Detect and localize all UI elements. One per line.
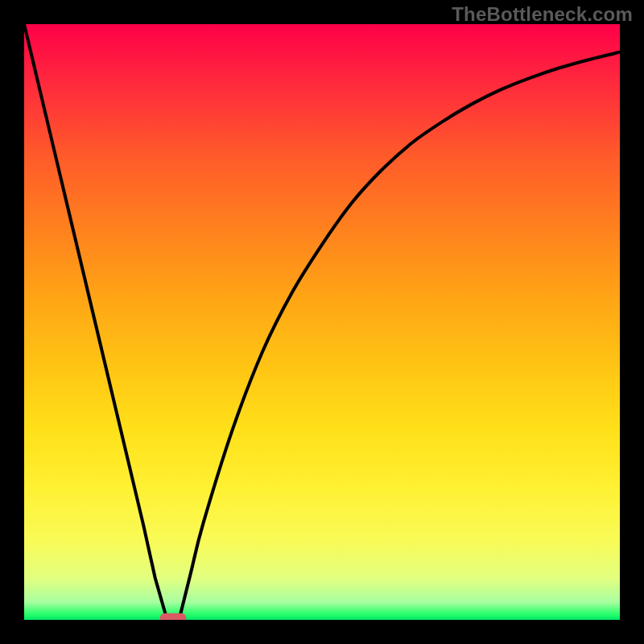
chart-frame: TheBottleneck.com <box>0 0 644 644</box>
watermark-text: TheBottleneck.com <box>452 3 633 26</box>
bottleneck-curve <box>24 24 620 620</box>
optimal-marker <box>160 613 187 620</box>
chart-svg <box>24 24 620 620</box>
